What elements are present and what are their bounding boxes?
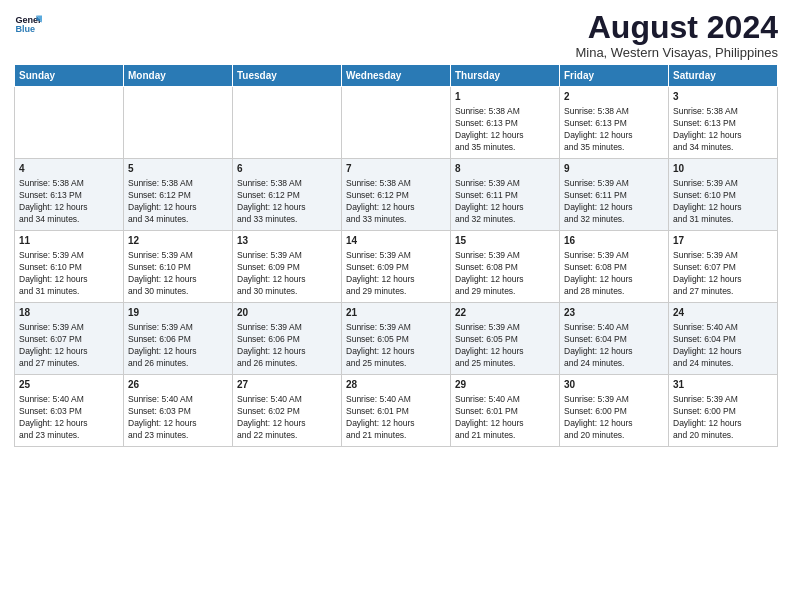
col-saturday: Saturday (669, 65, 778, 87)
calendar-cell: 20Sunrise: 5:39 AMSunset: 6:06 PMDayligh… (233, 303, 342, 375)
cell-text: and 33 minutes. (237, 214, 337, 226)
cell-text: Sunrise: 5:39 AM (237, 322, 337, 334)
cell-text: Sunrise: 5:39 AM (564, 394, 664, 406)
cell-text: Daylight: 12 hours (128, 346, 228, 358)
cell-text: Sunset: 6:12 PM (128, 190, 228, 202)
calendar-cell: 10Sunrise: 5:39 AMSunset: 6:10 PMDayligh… (669, 159, 778, 231)
day-number: 19 (128, 306, 228, 320)
day-number: 11 (19, 234, 119, 248)
cell-text: Sunset: 6:08 PM (564, 262, 664, 274)
calendar-cell: 26Sunrise: 5:40 AMSunset: 6:03 PMDayligh… (124, 375, 233, 447)
day-number: 29 (455, 378, 555, 392)
cell-text: and 21 minutes. (455, 430, 555, 442)
day-number: 9 (564, 162, 664, 176)
day-number: 23 (564, 306, 664, 320)
cell-text: and 22 minutes. (237, 430, 337, 442)
cell-text: and 32 minutes. (564, 214, 664, 226)
cell-text: Sunset: 6:13 PM (673, 118, 773, 130)
cell-text: and 30 minutes. (128, 286, 228, 298)
day-number: 25 (19, 378, 119, 392)
cell-text: Sunrise: 5:40 AM (673, 322, 773, 334)
calendar-cell: 9Sunrise: 5:39 AMSunset: 6:11 PMDaylight… (560, 159, 669, 231)
cell-text: Daylight: 12 hours (673, 346, 773, 358)
header: General Blue August 2024 Mina, Western V… (14, 10, 778, 60)
cell-text: and 33 minutes. (346, 214, 446, 226)
cell-text: and 35 minutes. (455, 142, 555, 154)
cell-text: Daylight: 12 hours (19, 274, 119, 286)
cell-text: Sunrise: 5:38 AM (128, 178, 228, 190)
day-number: 28 (346, 378, 446, 392)
cell-text: Sunrise: 5:39 AM (19, 250, 119, 262)
day-number: 20 (237, 306, 337, 320)
calendar-cell (342, 87, 451, 159)
day-number: 30 (564, 378, 664, 392)
calendar-cell: 5Sunrise: 5:38 AMSunset: 6:12 PMDaylight… (124, 159, 233, 231)
calendar-table: Sunday Monday Tuesday Wednesday Thursday… (14, 64, 778, 447)
day-number: 6 (237, 162, 337, 176)
title-block: August 2024 Mina, Western Visayas, Phili… (575, 10, 778, 60)
cell-text: Sunset: 6:10 PM (673, 190, 773, 202)
cell-text: and 25 minutes. (346, 358, 446, 370)
day-number: 21 (346, 306, 446, 320)
calendar-cell (15, 87, 124, 159)
cell-text: and 21 minutes. (346, 430, 446, 442)
calendar-cell: 6Sunrise: 5:38 AMSunset: 6:12 PMDaylight… (233, 159, 342, 231)
cell-text: Daylight: 12 hours (19, 346, 119, 358)
cell-text: Sunrise: 5:38 AM (237, 178, 337, 190)
cell-text: Sunset: 6:05 PM (346, 334, 446, 346)
cell-text: Daylight: 12 hours (455, 130, 555, 142)
cell-text: Daylight: 12 hours (564, 130, 664, 142)
cell-text: Daylight: 12 hours (564, 202, 664, 214)
calendar-cell: 14Sunrise: 5:39 AMSunset: 6:09 PMDayligh… (342, 231, 451, 303)
cell-text: and 29 minutes. (346, 286, 446, 298)
cell-text: Sunrise: 5:40 AM (128, 394, 228, 406)
cell-text: and 34 minutes. (19, 214, 119, 226)
cell-text: and 27 minutes. (673, 286, 773, 298)
cell-text: Daylight: 12 hours (564, 418, 664, 430)
cell-text: Sunrise: 5:39 AM (128, 250, 228, 262)
calendar-cell: 27Sunrise: 5:40 AMSunset: 6:02 PMDayligh… (233, 375, 342, 447)
svg-text:Blue: Blue (15, 24, 35, 34)
cell-text: Sunset: 6:01 PM (455, 406, 555, 418)
cell-text: Daylight: 12 hours (673, 274, 773, 286)
cell-text: Daylight: 12 hours (237, 418, 337, 430)
cell-text: Daylight: 12 hours (455, 274, 555, 286)
cell-text: Daylight: 12 hours (128, 202, 228, 214)
cell-text: and 34 minutes. (673, 142, 773, 154)
calendar-cell: 22Sunrise: 5:39 AMSunset: 6:05 PMDayligh… (451, 303, 560, 375)
cell-text: Sunset: 6:11 PM (564, 190, 664, 202)
col-friday: Friday (560, 65, 669, 87)
cell-text: Sunrise: 5:39 AM (128, 322, 228, 334)
cell-text: Daylight: 12 hours (19, 418, 119, 430)
cell-text: Sunrise: 5:39 AM (673, 250, 773, 262)
calendar-cell: 28Sunrise: 5:40 AMSunset: 6:01 PMDayligh… (342, 375, 451, 447)
cell-text: Sunset: 6:06 PM (237, 334, 337, 346)
header-row: Sunday Monday Tuesday Wednesday Thursday… (15, 65, 778, 87)
day-number: 8 (455, 162, 555, 176)
cell-text: Sunset: 6:03 PM (19, 406, 119, 418)
cell-text: Sunrise: 5:40 AM (237, 394, 337, 406)
cell-text: Daylight: 12 hours (673, 130, 773, 142)
cell-text: Daylight: 12 hours (346, 346, 446, 358)
cell-text: Sunrise: 5:40 AM (19, 394, 119, 406)
cell-text: Daylight: 12 hours (673, 202, 773, 214)
cell-text: and 28 minutes. (564, 286, 664, 298)
cell-text: Daylight: 12 hours (673, 418, 773, 430)
cell-text: Daylight: 12 hours (455, 346, 555, 358)
logo: General Blue (14, 10, 42, 38)
cell-text: Sunrise: 5:40 AM (455, 394, 555, 406)
cell-text: Sunset: 6:07 PM (19, 334, 119, 346)
cell-text: and 35 minutes. (564, 142, 664, 154)
cell-text: and 24 minutes. (673, 358, 773, 370)
day-number: 18 (19, 306, 119, 320)
cell-text: Sunset: 6:07 PM (673, 262, 773, 274)
cell-text: Sunrise: 5:39 AM (673, 394, 773, 406)
cell-text: Daylight: 12 hours (237, 346, 337, 358)
cell-text: Daylight: 12 hours (455, 202, 555, 214)
calendar-cell: 7Sunrise: 5:38 AMSunset: 6:12 PMDaylight… (342, 159, 451, 231)
cell-text: and 31 minutes. (673, 214, 773, 226)
cell-text: Sunrise: 5:39 AM (673, 178, 773, 190)
calendar-cell: 3Sunrise: 5:38 AMSunset: 6:13 PMDaylight… (669, 87, 778, 159)
cell-text: and 20 minutes. (564, 430, 664, 442)
day-number: 27 (237, 378, 337, 392)
